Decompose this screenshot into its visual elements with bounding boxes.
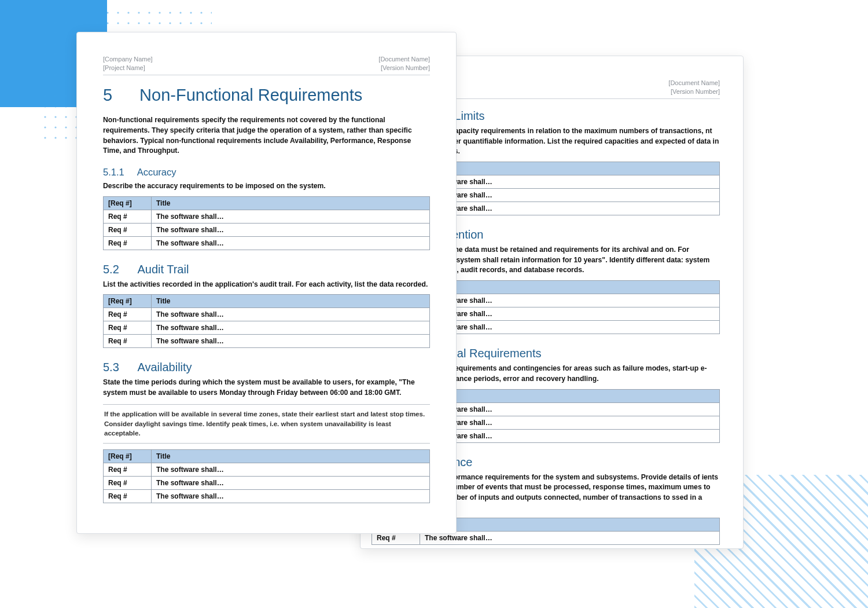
chapter-intro: Non-functional requirements specify the … (103, 115, 430, 156)
chapter-title: Non-Functional Requirements (139, 86, 362, 104)
document-page-1: [Company Name] [Project Name] [Document … (76, 32, 457, 534)
chapter-heading: 5 Non-Functional Requirements (103, 86, 430, 105)
req-table-audit: [Req #]Title Req #The software shall… Re… (103, 294, 430, 348)
table-header: [Req #]Title (104, 196, 430, 210)
table-row: Req #The software shall… (104, 463, 430, 476)
table-header: [Req #]Title (104, 295, 430, 308)
section-5-3-text: State the time periods during which the … (103, 378, 430, 398)
table-row: Req #The software shall… (104, 476, 430, 489)
header-project: [Project Name] (103, 64, 153, 71)
page-header: [Company Name] [Project Name] [Document … (103, 56, 430, 75)
section-5-2-heading: 5.2 Audit Trail (103, 263, 430, 276)
table-row: Req #The software shall… (104, 321, 430, 335)
table-row: Req #The software shall… (104, 236, 430, 250)
table-row: Req #The software shall… (104, 489, 430, 503)
section-5-3-note: If the application will be available in … (103, 404, 430, 444)
table-row: Req #The software shall… (104, 223, 430, 236)
table-row: Req #The software shall… (104, 335, 430, 348)
table-row: Req #The software shall… (104, 210, 430, 223)
section-5-1-1-text: Describe the accuracy requirements to be… (103, 181, 430, 192)
section-5-2-text: List the activities recorded in the appl… (103, 280, 430, 290)
chapter-number: 5 (103, 86, 135, 105)
header-version: [Version Number] (378, 64, 430, 71)
header-docname: [Document Name] (378, 56, 430, 63)
req-table-availability: [Req #]Title Req #The software shall… Re… (103, 449, 430, 503)
header-version: [Version Number] (668, 88, 720, 95)
header-company: [Company Name] (103, 56, 153, 63)
section-5-1-1-heading: 5.1.1 Accuracy (103, 167, 430, 178)
table-header: [Req #]Title (104, 449, 430, 463)
table-row: Req #The software shall… (104, 308, 430, 321)
header-docname: [Document Name] (668, 79, 720, 86)
req-table-accuracy: [Req #]Title Req #The software shall… Re… (103, 196, 430, 250)
canvas: [Company Name] [Project Name] [Document … (0, 0, 868, 608)
section-5-3-heading: 5.3 Availability (103, 361, 430, 374)
